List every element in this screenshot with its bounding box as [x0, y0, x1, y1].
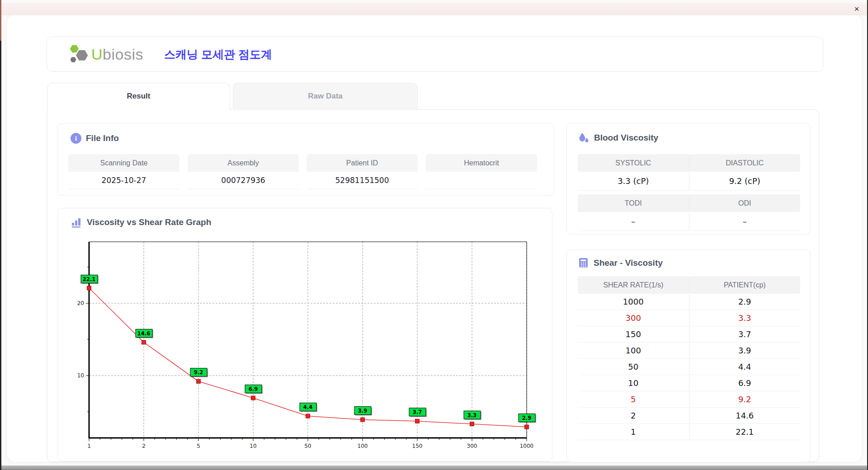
- blood-viscosity-table-bottom: TODI ODI – –: [578, 194, 800, 231]
- svg-text:3.3: 3.3: [467, 412, 476, 418]
- patient-cell: 9.2: [689, 391, 801, 408]
- patient-cell: 3.9: [689, 343, 801, 359]
- patient-cell: 14.6: [689, 408, 801, 424]
- todi-header: TODI: [578, 194, 689, 212]
- svg-text:5: 5: [197, 443, 200, 449]
- shear-cell: 100: [578, 343, 689, 359]
- shear-rate-column-header: SHEAR RATE(1/s): [578, 276, 689, 294]
- todi-value: –: [578, 212, 689, 231]
- logo-text: Ubiosis: [91, 46, 143, 63]
- svg-text:20: 20: [77, 300, 84, 306]
- field-hematocrit: Hematocrit: [426, 154, 537, 189]
- svg-text:2.9: 2.9: [522, 415, 531, 421]
- shear-cell: 1000: [578, 294, 689, 310]
- shear-cell: 50: [578, 359, 689, 375]
- field-label: Assembly: [188, 154, 299, 172]
- svg-text:22.1: 22.1: [83, 276, 95, 282]
- graph-title: Viscosity vs Shear Rate Graph: [71, 216, 211, 228]
- shear-cell: 5: [578, 391, 689, 408]
- svg-text:4.4: 4.4: [303, 404, 312, 410]
- patient-cell: 6.9: [689, 375, 801, 391]
- field-value: 52981151500: [307, 172, 418, 189]
- patient-cell: 4.4: [689, 359, 801, 375]
- page-title: 스캐닝 모세관 점도계: [164, 47, 272, 62]
- table-row: 1003.9: [578, 343, 800, 359]
- window-bottom-bar: [0, 465, 868, 470]
- field-scanning-date: Scanning Date 2025-10-27: [68, 154, 179, 189]
- odi-header: ODI: [689, 194, 801, 212]
- svg-text:150: 150: [412, 443, 423, 449]
- shear-viscosity-table: SHEAR RATE(1/s) PATIENT(cp) 10002.9 3003…: [578, 276, 800, 440]
- table-row: 504.4: [578, 359, 800, 375]
- svg-text:2: 2: [142, 443, 146, 449]
- window-left-accent: [0, 0, 1, 41]
- shear-viscosity-title: Shear - Viscosity: [578, 257, 663, 268]
- shear-cell: 300: [578, 310, 689, 326]
- viscosity-chart: 10201251050100150300100022.114.69.26.94.…: [69, 229, 548, 455]
- field-value: 000727936: [188, 172, 299, 189]
- tab-bar: Result Raw Data: [47, 83, 418, 110]
- blood-viscosity-panel: Blood Viscosity SYSTOLIC DIASTOLIC 3.3 (…: [566, 123, 811, 235]
- svg-text:1: 1: [87, 443, 91, 449]
- table-row: 106.9: [578, 375, 800, 391]
- systolic-header: SYSTOLIC: [578, 154, 689, 172]
- table-row: 3003.3: [578, 310, 800, 326]
- shear-cell: 2: [578, 408, 689, 424]
- svg-text:100: 100: [358, 443, 368, 449]
- close-icon[interactable]: ×: [852, 5, 862, 14]
- field-label: Scanning Date: [68, 154, 179, 172]
- result-content: i File Info Scanning Date 2025-10-27 Ass…: [47, 109, 819, 462]
- table-row: 10002.9: [578, 294, 800, 310]
- table-row: 59.2: [578, 391, 800, 408]
- svg-text:9.2: 9.2: [194, 369, 203, 376]
- ubiosis-logo: Ubiosis: [68, 43, 143, 65]
- field-label: Patient ID: [307, 154, 418, 172]
- diastolic-header: DIASTOLIC: [689, 154, 801, 172]
- window-left-border: [0, 0, 1, 470]
- diastolic-value: 9.2 (cP): [689, 172, 801, 191]
- field-label: Hematocrit: [426, 154, 537, 172]
- patient-cell: 2.9: [689, 294, 801, 310]
- svg-text:14.6: 14.6: [137, 330, 150, 337]
- table-row: 122.1: [578, 424, 800, 440]
- file-info-panel: i File Info Scanning Date 2025-10-27 Ass…: [57, 123, 554, 196]
- svg-text:6.9: 6.9: [249, 386, 258, 392]
- patient-cell: 22.1: [689, 424, 801, 440]
- tab-result[interactable]: Result: [47, 83, 230, 110]
- main-window: Ubiosis 스캐닝 모세관 점도계 Result Raw Data i Fi…: [7, 14, 862, 462]
- patient-column-header: PATIENT(cp): [689, 276, 801, 294]
- field-value: 2025-10-27: [68, 172, 179, 189]
- svg-text:1000: 1000: [520, 443, 534, 449]
- field-assembly: Assembly 000727936: [188, 154, 299, 189]
- table-row: 1503.7: [578, 326, 800, 343]
- bar-chart-icon: [71, 216, 82, 228]
- field-patient-id: Patient ID 52981151500: [307, 154, 418, 189]
- shear-cell: 1: [578, 424, 689, 440]
- calculator-icon: [578, 257, 589, 268]
- field-value: [426, 172, 537, 189]
- shear-viscosity-panel: Shear - Viscosity SHEAR RATE(1/s) PATIEN…: [566, 249, 811, 462]
- patient-cell: 3.7: [689, 326, 801, 343]
- table-row: 214.6: [578, 408, 800, 424]
- svg-text:10: 10: [250, 443, 256, 449]
- odi-value: –: [689, 212, 801, 231]
- info-icon: i: [71, 133, 81, 144]
- droplets-icon: [578, 132, 590, 144]
- app-header: Ubiosis 스캐닝 모세관 점도계: [47, 37, 823, 72]
- window-titlebar: ×: [1, 3, 867, 15]
- shear-cell: 10: [578, 375, 689, 391]
- file-info-title: i File Info: [71, 133, 119, 144]
- tab-raw-data[interactable]: Raw Data: [233, 83, 418, 109]
- svg-text:10: 10: [77, 372, 84, 379]
- svg-text:3.9: 3.9: [358, 408, 367, 414]
- graph-panel: Viscosity vs Shear Rate Graph 1020125105…: [57, 208, 552, 461]
- svg-text:300: 300: [467, 443, 477, 449]
- systolic-value: 3.3 (cP): [578, 172, 689, 191]
- svg-text:3.7: 3.7: [413, 409, 422, 415]
- hexagon-logo-icon: [68, 43, 90, 65]
- patient-cell: 3.3: [689, 310, 801, 326]
- blood-viscosity-title: Blood Viscosity: [578, 132, 658, 144]
- svg-text:50: 50: [304, 443, 311, 449]
- blood-viscosity-table-top: SYSTOLIC DIASTOLIC 3.3 (cP) 9.2 (cP): [578, 154, 800, 191]
- shear-cell: 150: [578, 326, 689, 343]
